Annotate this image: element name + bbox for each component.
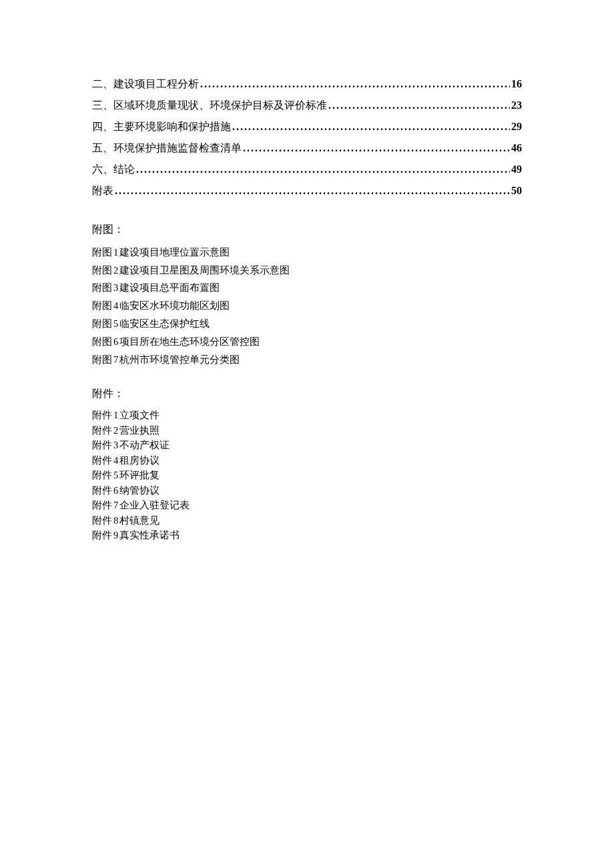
toc-leader-dots xyxy=(200,73,510,95)
list-prefix: 附图 xyxy=(92,318,112,329)
list-number: 8 xyxy=(113,515,118,526)
list-text: 建设项目地理位置示意图 xyxy=(119,247,230,258)
list-prefix: 附图 xyxy=(92,265,112,276)
toc-entry: 附表50 xyxy=(92,180,522,201)
list-prefix: 附件 xyxy=(92,425,112,436)
list-text: 建设项目总平面布置图 xyxy=(119,282,220,293)
list-text: 不动产权证 xyxy=(119,440,170,450)
list-number: 2 xyxy=(113,425,118,436)
list-prefix: 附图 xyxy=(92,300,112,311)
list-number: 5 xyxy=(113,470,118,480)
list-number: 4 xyxy=(113,300,118,311)
futu-list: 附图1建设项目地理位置示意图附图2建设项目卫星图及周围环境关系示意图附图3建设项… xyxy=(92,244,522,369)
toc-page-number: 29 xyxy=(511,116,522,137)
list-text: 临安区水环境功能区划图 xyxy=(119,300,230,311)
toc-title: 四、主要环境影响和保护措施 xyxy=(92,116,231,137)
list-text: 杭州市环境管控单元分类图 xyxy=(119,354,240,365)
list-prefix: 附图 xyxy=(92,336,112,347)
list-text: 营业执照 xyxy=(119,425,160,436)
list-number: 1 xyxy=(113,247,118,258)
list-item: 附件5环评批复 xyxy=(92,468,522,482)
toc-leader-dots xyxy=(243,137,510,159)
list-number: 1 xyxy=(113,410,118,420)
list-item: 附件4租房协议 xyxy=(92,453,522,468)
list-item: 附图3建设项目总平面布置图 xyxy=(92,279,522,297)
toc-page-number: 16 xyxy=(511,73,522,95)
list-prefix: 附件 xyxy=(92,500,112,510)
list-text: 立项文件 xyxy=(119,410,160,420)
list-number: 6 xyxy=(113,485,118,496)
list-prefix: 附件 xyxy=(92,440,112,450)
list-prefix: 附件 xyxy=(92,515,112,526)
list-number: 7 xyxy=(113,354,118,365)
toc-title: 三、区域环境质量现状、环境保护目标及评价标准 xyxy=(92,95,327,116)
list-number: 3 xyxy=(113,440,118,450)
toc-leader-dots xyxy=(232,116,510,137)
list-number: 6 xyxy=(113,336,118,347)
toc-entry: 六、结论49 xyxy=(92,159,522,180)
toc-page-number: 49 xyxy=(511,159,522,180)
table-of-contents: 二、建设项目工程分析16三、区域环境质量现状、环境保护目标及评价标准23四、主要… xyxy=(92,73,522,201)
toc-entry: 二、建设项目工程分析16 xyxy=(92,73,522,95)
list-text: 村镇意见 xyxy=(119,515,160,526)
list-item: 附件9真实性承诺书 xyxy=(92,528,522,542)
list-item: 附图4临安区水环境功能区划图 xyxy=(92,297,522,315)
list-text: 纳管协议 xyxy=(119,485,160,496)
list-text: 环评批复 xyxy=(119,470,160,480)
toc-title: 六、结论 xyxy=(92,159,135,180)
list-text: 项目所在地生态环境分区管控图 xyxy=(119,336,260,347)
list-item: 附图2建设项目卫星图及周围环境关系示意图 xyxy=(92,262,522,280)
toc-entry: 五、环境保护措施监督检查清单46 xyxy=(92,137,522,159)
list-prefix: 附图 xyxy=(92,282,112,293)
list-number: 3 xyxy=(113,282,118,293)
list-prefix: 附件 xyxy=(92,530,112,540)
list-item: 附件2营业执照 xyxy=(92,423,522,438)
list-item: 附件1立项文件 xyxy=(92,408,522,422)
toc-page-number: 50 xyxy=(511,180,522,201)
toc-title: 附表 xyxy=(92,180,113,201)
list-item: 附图6项目所在地生态环境分区管控图 xyxy=(92,333,522,351)
toc-title: 二、建设项目工程分析 xyxy=(92,73,199,95)
list-number: 7 xyxy=(113,500,118,510)
list-item: 附件3不动产权证 xyxy=(92,438,522,452)
list-item: 附件6纳管协议 xyxy=(92,483,522,498)
list-text: 临安区生态保护红线 xyxy=(119,318,210,329)
list-prefix: 附件 xyxy=(92,485,112,496)
list-prefix: 附件 xyxy=(92,470,112,480)
list-number: 4 xyxy=(113,455,118,466)
futu-heading: 附图： xyxy=(92,220,522,240)
list-text: 企业入驻登记表 xyxy=(119,500,190,510)
toc-entry: 四、主要环境影响和保护措施29 xyxy=(92,116,522,137)
list-item: 附图5临安区生态保护红线 xyxy=(92,315,522,333)
list-item: 附图7杭州市环境管控单元分类图 xyxy=(92,351,522,369)
list-item: 附图1建设项目地理位置示意图 xyxy=(92,244,522,262)
list-text: 真实性承诺书 xyxy=(119,530,180,540)
list-prefix: 附件 xyxy=(92,455,112,466)
toc-entry: 三、区域环境质量现状、环境保护目标及评价标准23 xyxy=(92,95,522,116)
list-number: 5 xyxy=(113,318,118,329)
list-prefix: 附图 xyxy=(92,354,112,365)
list-item: 附件8村镇意见 xyxy=(92,513,522,528)
toc-leader-dots xyxy=(115,180,510,201)
list-item: 附件7企业入驻登记表 xyxy=(92,498,522,512)
list-text: 建设项目卫星图及周围环境关系示意图 xyxy=(119,265,290,276)
toc-page-number: 23 xyxy=(511,95,522,116)
list-number: 2 xyxy=(113,265,118,276)
toc-leader-dots xyxy=(136,159,510,180)
list-prefix: 附件 xyxy=(92,410,112,420)
toc-leader-dots xyxy=(328,95,510,116)
list-text: 租房协议 xyxy=(119,455,160,466)
fujian-heading: 附件： xyxy=(92,384,522,404)
toc-page-number: 46 xyxy=(511,137,522,159)
fujian-list: 附件1立项文件附件2营业执照附件3不动产权证附件4租房协议附件5环评批复附件6纳… xyxy=(92,408,522,542)
toc-title: 五、环境保护措施监督检查清单 xyxy=(92,137,242,159)
list-prefix: 附图 xyxy=(92,247,112,258)
list-number: 9 xyxy=(113,530,118,540)
